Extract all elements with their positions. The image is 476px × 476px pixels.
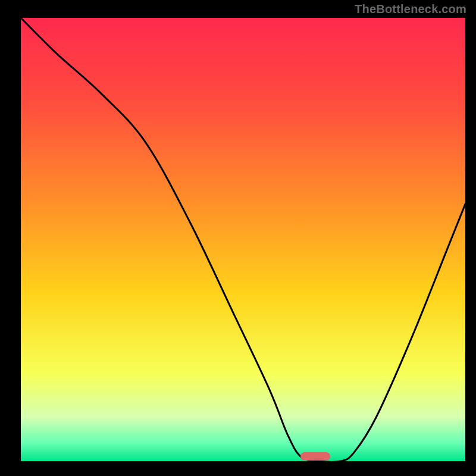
optimum-marker: [300, 452, 330, 461]
watermark-label: TheBottleneck.com: [355, 2, 466, 16]
plot-area: [21, 18, 465, 461]
chart-container: TheBottleneck.com: [0, 0, 476, 476]
bottleneck-chart: [0, 0, 476, 476]
